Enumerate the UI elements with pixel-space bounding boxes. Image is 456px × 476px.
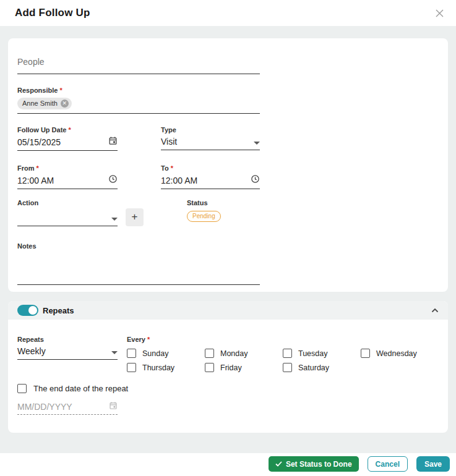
dialog-body: People Responsible* Anne Smith ✕ — [0, 26, 456, 453]
main-form-card: People Responsible* Anne Smith ✕ — [8, 38, 448, 292]
from-input[interactable]: 12:00 AM — [17, 173, 118, 189]
end-date-input[interactable]: MM/DD/YYYY — [17, 401, 118, 415]
cancel-button[interactable]: Cancel — [368, 456, 408, 472]
notes-input[interactable] — [17, 251, 260, 285]
chevron-up-icon[interactable] — [431, 308, 439, 313]
plus-icon: + — [132, 211, 138, 223]
repeats-frequency-label: Repeats — [17, 336, 44, 343]
checkbox-icon[interactable] — [283, 363, 292, 372]
required-marker: * — [147, 336, 150, 343]
day-checkbox-grid: Sunday Monday Tuesday Wednesday Thursday… — [127, 349, 439, 372]
calendar-icon — [109, 401, 118, 412]
end-date-checkbox[interactable]: The end date of the repeat — [17, 384, 439, 393]
people-input[interactable]: People — [17, 56, 260, 74]
follow-up-date-label: Follow Up Date — [17, 126, 66, 134]
from-value: 12:00 AM — [17, 175, 54, 186]
type-label: Type — [161, 126, 176, 134]
dialog-title: Add Follow Up — [15, 7, 90, 19]
day-checkbox-saturday[interactable]: Saturday — [283, 363, 361, 372]
repeats-frequency-select[interactable]: Weekly — [17, 344, 118, 360]
save-button[interactable]: Save — [416, 456, 450, 472]
required-marker: * — [59, 87, 62, 94]
required-marker: * — [68, 126, 71, 134]
repeats-frequency-value: Weekly — [17, 346, 46, 357]
responsible-input[interactable]: Anne Smith ✕ — [17, 97, 260, 114]
action-label: Action — [17, 199, 38, 206]
chevron-down-icon — [111, 351, 118, 354]
people-placeholder: People — [17, 57, 45, 67]
checkbox-icon[interactable] — [205, 363, 214, 372]
repeats-header: Repeats — [8, 301, 448, 320]
checkbox-icon[interactable] — [127, 363, 136, 372]
checkbox-icon[interactable] — [283, 349, 292, 358]
chevron-down-icon — [254, 142, 260, 145]
type-value: Visit — [161, 136, 177, 147]
end-date-checkbox-label: The end date of the repeat — [33, 384, 128, 393]
notes-label: Notes — [17, 242, 37, 250]
repeats-toggle[interactable] — [17, 305, 38, 316]
day-checkbox-thursday[interactable]: Thursday — [127, 363, 205, 372]
required-marker: * — [37, 164, 39, 172]
toggle-knob — [28, 306, 37, 315]
day-checkbox-monday[interactable]: Monday — [205, 349, 283, 358]
status-badge: Pending — [187, 211, 221, 222]
remove-chip-icon[interactable]: ✕ — [61, 100, 69, 108]
repeats-frequency-field: Repeats Weekly — [17, 333, 118, 360]
day-checkbox-tuesday[interactable]: Tuesday — [283, 349, 361, 358]
action-select[interactable] — [17, 208, 118, 226]
to-label: To — [161, 164, 169, 172]
from-label: From — [17, 164, 35, 172]
repeats-card: Repeats Repeats Weekly — [8, 301, 448, 433]
end-date-placeholder: MM/DD/YYYY — [17, 402, 72, 412]
close-icon[interactable] — [434, 7, 445, 19]
day-checkbox-friday[interactable]: Friday — [205, 363, 283, 372]
day-checkbox-sunday[interactable]: Sunday — [127, 349, 205, 358]
notes-field: Notes — [17, 240, 260, 285]
responsible-field: Responsible* Anne Smith ✕ — [17, 84, 260, 114]
follow-up-date-field: Follow Up Date* 05/15/2025 — [17, 124, 118, 151]
add-follow-up-dialog: Add Follow Up People Responsible* — [0, 0, 456, 476]
status-field: Status Pending — [187, 197, 221, 222]
required-marker: * — [171, 164, 173, 172]
repeats-header-label: Repeats — [43, 306, 74, 315]
checkbox-icon[interactable] — [127, 349, 136, 358]
status-label: Status — [187, 199, 208, 206]
every-field: Every* Sunday Monday Tuesday Wednesday T… — [127, 333, 439, 372]
responsible-label: Responsible — [17, 87, 58, 94]
clock-icon[interactable] — [108, 174, 118, 186]
clock-icon[interactable] — [251, 174, 260, 186]
to-input[interactable]: 12:00 AM — [161, 173, 260, 189]
type-field: Type Visit — [161, 124, 260, 151]
responsible-chip: Anne Smith ✕ — [17, 98, 72, 109]
to-field: To* 12:00 AM — [161, 162, 260, 189]
to-value: 12:00 AM — [161, 175, 197, 186]
set-status-done-button[interactable]: Set Status to Done — [269, 456, 359, 472]
add-action-button[interactable]: + — [126, 208, 144, 226]
follow-up-date-value: 05/15/2025 — [17, 137, 61, 148]
action-field: Action — [17, 197, 118, 226]
chevron-down-icon — [111, 218, 118, 221]
checkbox-icon[interactable] — [17, 384, 27, 393]
day-checkbox-wednesday[interactable]: Wednesday — [361, 349, 439, 358]
check-icon — [275, 461, 282, 467]
every-label: Every — [127, 336, 145, 343]
checkbox-icon[interactable] — [205, 349, 214, 358]
checkbox-icon[interactable] — [361, 349, 370, 358]
from-field: From* 12:00 AM — [17, 162, 118, 189]
repeats-content: Repeats Weekly Every* Sunday Monday — [8, 320, 448, 415]
dialog-header: Add Follow Up — [0, 0, 456, 26]
dialog-footer: Set Status to Done Cancel Save — [0, 453, 456, 476]
chip-label: Anne Smith — [22, 100, 58, 107]
follow-up-date-input[interactable]: 05/15/2025 — [17, 135, 118, 151]
calendar-icon[interactable] — [108, 136, 118, 148]
type-select[interactable]: Visit — [161, 135, 260, 150]
